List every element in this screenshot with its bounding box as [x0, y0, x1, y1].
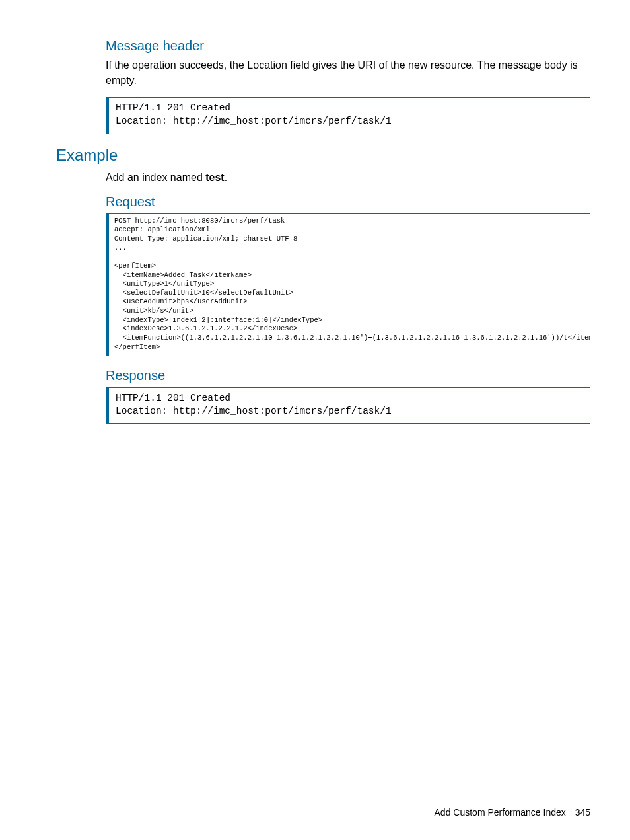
- example-intro-bold: test: [205, 172, 224, 183]
- message-header-paragraph: If the operation succeeds, the Location …: [106, 57, 590, 88]
- request-codebox: POST http://imc_host:8080/imcrs/perf/tas…: [106, 213, 590, 357]
- example-intro: Add an index named test.: [106, 170, 590, 185]
- message-header-heading: Message header: [106, 38, 590, 54]
- footer-title: Add Custom Performance Index: [435, 807, 566, 818]
- request-heading: Request: [106, 194, 590, 210]
- example-intro-suffix: .: [225, 172, 227, 183]
- response-heading: Response: [106, 368, 590, 383]
- page-footer: Add Custom Performance Index 345: [435, 807, 590, 818]
- response-codebox: HTTP/1.1 201 Created Location: http://im…: [106, 387, 590, 424]
- message-header-codebox: HTTP/1.1 201 Created Location: http://im…: [106, 97, 590, 134]
- footer-page-number: 345: [575, 807, 590, 818]
- example-heading: Example: [56, 146, 590, 165]
- example-intro-prefix: Add an index named: [106, 172, 205, 183]
